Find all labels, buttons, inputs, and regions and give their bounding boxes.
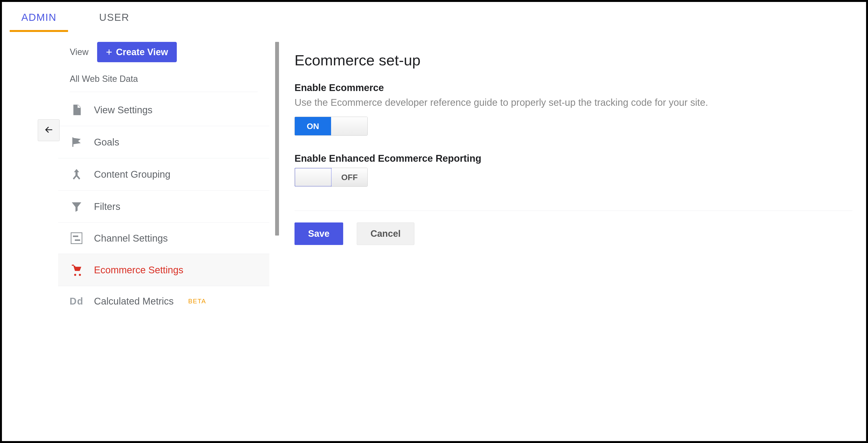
action-buttons: Save Cancel [294, 222, 852, 245]
sidebar-item-filters[interactable]: Filters [58, 191, 269, 223]
main-panel: Ecommerce set-up Enable Ecommerce Use th… [285, 32, 866, 441]
cancel-button[interactable]: Cancel [357, 222, 414, 245]
toggle-on-label: ON [295, 117, 331, 135]
save-button[interactable]: Save [294, 222, 343, 245]
merge-icon [70, 168, 83, 181]
enable-ecommerce-title: Enable Ecommerce [294, 82, 852, 93]
divider [294, 211, 852, 211]
create-view-label: Create View [116, 47, 168, 57]
sidebar-item-label: View Settings [94, 104, 153, 116]
view-label: View [70, 47, 88, 57]
sidebar: View + Create View All Web Site Data Vie… [58, 32, 269, 441]
sidebar-item-goals[interactable]: Goals [58, 126, 269, 158]
sidebar-item-content-grouping[interactable]: Content Grouping [58, 158, 269, 191]
scrollbar[interactable] [275, 42, 279, 235]
divider [70, 92, 258, 92]
sidebar-item-label: Ecommerce Settings [94, 264, 183, 276]
channel-icon [70, 232, 83, 244]
sidebar-item-label: Goals [94, 137, 119, 148]
back-arrow-icon [43, 124, 54, 136]
sidebar-nav: View Settings Goals Content Grouping [58, 94, 269, 316]
top-tabs: ADMIN USER [2, 2, 866, 32]
sidebar-item-ecommerce-settings[interactable]: Ecommerce Settings [58, 254, 269, 286]
cart-icon [70, 264, 83, 276]
view-header: View + Create View [58, 42, 269, 68]
toggle-handle [295, 168, 332, 186]
funnel-icon [70, 200, 83, 213]
sidebar-item-calculated-metrics[interactable]: Dd Calculated Metrics BETA [58, 286, 269, 316]
sidebar-item-label: Filters [94, 201, 120, 212]
enable-ecommerce-desc: Use the Ecommerce developer reference gu… [294, 97, 852, 108]
enable-enhanced-toggle[interactable]: OFF [294, 168, 368, 187]
create-view-button[interactable]: + Create View [97, 42, 177, 62]
enable-enhanced-title: Enable Enhanced Ecommerce Reporting [294, 153, 852, 164]
toggle-handle [331, 117, 367, 135]
tab-user[interactable]: USER [87, 2, 141, 32]
flag-icon [70, 136, 83, 148]
tab-admin[interactable]: ADMIN [10, 2, 68, 32]
beta-badge: BETA [188, 297, 206, 305]
sidebar-item-label: Content Grouping [94, 169, 170, 180]
page-title: Ecommerce set-up [294, 52, 852, 69]
body: View + Create View All Web Site Data Vie… [2, 32, 866, 441]
sidebar-item-view-settings[interactable]: View Settings [58, 94, 269, 126]
dd-icon: Dd [70, 296, 83, 307]
view-source-name[interactable]: All Web Site Data [58, 68, 269, 92]
enable-ecommerce-toggle[interactable]: ON [294, 117, 368, 135]
app-frame: ADMIN USER View + Create View All Web Si… [0, 0, 868, 443]
back-button[interactable] [38, 119, 60, 141]
document-icon [70, 104, 83, 116]
sidebar-item-channel-settings[interactable]: Channel Settings [58, 223, 269, 254]
plus-icon: + [106, 47, 112, 57]
sidebar-item-label: Calculated Metrics [94, 296, 174, 307]
back-column [2, 32, 58, 441]
toggle-off-label: OFF [332, 168, 367, 186]
sidebar-item-label: Channel Settings [94, 233, 168, 244]
